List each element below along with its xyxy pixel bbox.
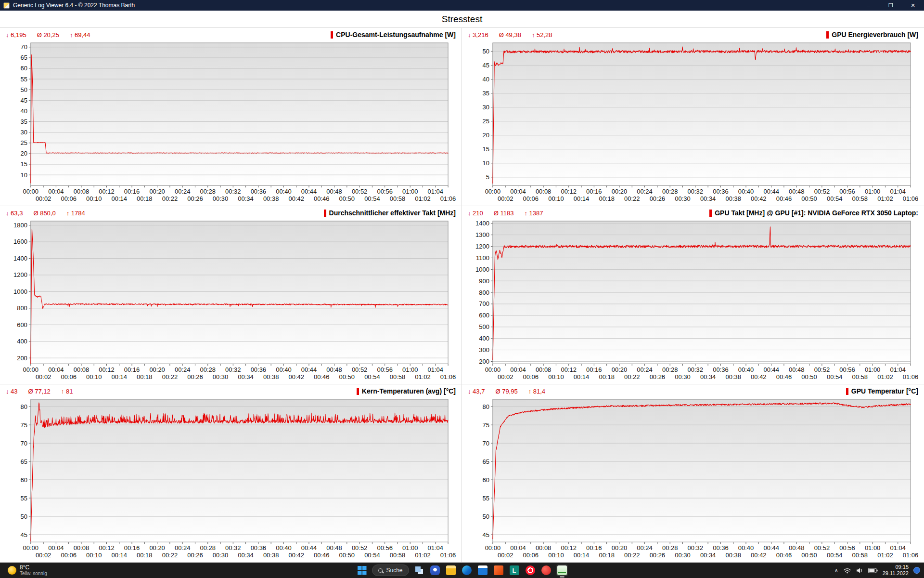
svg-text:00:00: 00:00 [485, 188, 500, 195]
taskbar-app-store[interactable] [477, 565, 488, 576]
svg-text:00:24: 00:24 [175, 188, 190, 195]
svg-text:900: 900 [479, 277, 489, 285]
svg-text:00:00: 00:00 [485, 366, 500, 373]
svg-text:00:54: 00:54 [827, 195, 842, 202]
svg-text:00:46: 00:46 [776, 373, 792, 381]
taskbar-app-orange[interactable] [493, 565, 504, 576]
svg-text:00:10: 00:10 [548, 373, 564, 381]
svg-text:00:02: 00:02 [498, 552, 513, 559]
start-button[interactable] [356, 565, 368, 576]
taskbar-app-libre[interactable] [509, 565, 520, 576]
svg-text:00:40: 00:40 [738, 188, 754, 195]
minimize-button[interactable]: – [858, 0, 880, 11]
svg-text:00:46: 00:46 [314, 552, 329, 559]
svg-text:00:02: 00:02 [498, 195, 513, 202]
search-box[interactable]: Suche [372, 565, 409, 576]
svg-text:70: 70 [482, 440, 489, 447]
svg-text:00:16: 00:16 [586, 188, 602, 195]
svg-text:00:36: 00:36 [713, 366, 728, 373]
svg-text:00:52: 00:52 [814, 366, 830, 373]
taskbar-app-edge[interactable] [461, 565, 473, 576]
svg-text:00:38: 00:38 [726, 373, 741, 381]
taskbar-clock[interactable]: 09:15 29.11.2022 [883, 564, 909, 577]
svg-text:00:56: 00:56 [377, 544, 392, 552]
svg-text:00:08: 00:08 [74, 366, 89, 373]
taskbar-app-chat[interactable] [429, 565, 441, 576]
svg-text:01:04: 01:04 [428, 366, 443, 373]
svg-text:35: 35 [20, 118, 27, 125]
svg-text:00:14: 00:14 [112, 373, 127, 381]
taskbar-center: Suche [356, 563, 567, 578]
svg-text:00:22: 00:22 [624, 552, 640, 559]
svg-text:200: 200 [479, 358, 489, 365]
svg-text:01:02: 01:02 [415, 195, 430, 202]
svg-text:01:00: 01:00 [865, 188, 880, 195]
taskbar-app-redapp[interactable] [540, 565, 552, 576]
svg-text:00:26: 00:26 [187, 552, 203, 559]
battery-icon[interactable] [868, 568, 878, 573]
svg-text:00:56: 00:56 [839, 188, 855, 195]
svg-text:00:34: 00:34 [700, 552, 716, 559]
svg-text:00:14: 00:14 [574, 373, 589, 381]
svg-text:00:02: 00:02 [498, 373, 513, 381]
taskbar-app-logviewer[interactable] [556, 565, 568, 576]
svg-text:00:58: 00:58 [390, 552, 405, 559]
edge-icon [462, 565, 472, 575]
svg-text:00:12: 00:12 [99, 544, 114, 552]
orange-icon [494, 565, 503, 575]
chart-stat-avg: Ø 79,95 [495, 388, 517, 395]
svg-text:00:26: 00:26 [650, 195, 665, 202]
close-button[interactable]: ✕ [902, 0, 924, 11]
chart-plot: 1400130012001100100090080070060050040030… [466, 218, 920, 383]
taskbar-app-taskview[interactable] [413, 565, 425, 576]
svg-text:00:10: 00:10 [86, 552, 102, 559]
weather-widget[interactable]: 8°C Teilw. sonnig [4, 563, 51, 578]
wifi-icon[interactable] [843, 567, 851, 574]
svg-text:600: 600 [17, 321, 27, 328]
notification-badge[interactable] [913, 567, 920, 574]
svg-text:45: 45 [20, 97, 27, 104]
svg-text:00:30: 00:30 [675, 195, 690, 202]
svg-text:00:26: 00:26 [650, 552, 665, 559]
taskbar-app-opera[interactable] [525, 565, 536, 576]
svg-text:00:10: 00:10 [548, 552, 564, 559]
taskview-icon [414, 565, 424, 575]
svg-text:00:30: 00:30 [675, 373, 690, 381]
svg-text:00:30: 00:30 [213, 552, 228, 559]
svg-text:00:10: 00:10 [548, 195, 564, 202]
svg-text:00:50: 00:50 [801, 195, 817, 202]
svg-text:00:48: 00:48 [789, 188, 804, 195]
volume-icon[interactable] [856, 567, 863, 574]
svg-text:5: 5 [486, 173, 489, 181]
chart-plot: 807570656055504500:0000:0200:0400:0600:0… [466, 396, 920, 561]
chart-panel: ↓ 210 Ø 1183 ↑ 1387 GPU Takt [MHz] @ GPU… [462, 206, 924, 384]
svg-text:00:42: 00:42 [288, 195, 304, 202]
tray-chevron-up-icon[interactable]: ∧ [834, 567, 838, 574]
svg-text:00:24: 00:24 [637, 366, 652, 373]
svg-text:00:10: 00:10 [86, 195, 102, 202]
svg-text:00:34: 00:34 [238, 552, 253, 559]
chart-stat-min: ↓ 43 [6, 388, 18, 395]
logviewer-icon [557, 565, 567, 575]
svg-text:800: 800 [17, 304, 27, 312]
svg-text:00:00: 00:00 [23, 366, 38, 373]
chart-stat-avg: Ø 850,0 [33, 210, 55, 217]
svg-text:00:34: 00:34 [700, 195, 716, 202]
svg-text:50: 50 [482, 48, 489, 55]
clock-date: 29.11.2022 [883, 570, 909, 577]
chart-title: Kern-Temperaturen (avg) [°C] [362, 387, 456, 395]
maximize-button[interactable]: ❐ [880, 0, 902, 11]
svg-text:50: 50 [482, 513, 489, 520]
svg-text:1600: 1600 [13, 238, 27, 246]
svg-text:00:30: 00:30 [675, 552, 690, 559]
taskbar-app-explorer[interactable] [445, 565, 457, 576]
svg-text:50: 50 [20, 513, 27, 520]
chart-stats: ↓ 210 Ø 1183 ↑ 1387 [468, 210, 554, 217]
svg-text:75: 75 [482, 421, 489, 429]
svg-text:00:20: 00:20 [612, 544, 627, 552]
svg-text:00:14: 00:14 [574, 195, 589, 202]
chart-legend: Kern-Temperaturen (avg) [°C] [357, 387, 456, 395]
svg-text:00:22: 00:22 [624, 195, 640, 202]
svg-text:00:52: 00:52 [352, 366, 367, 373]
svg-text:45: 45 [482, 531, 489, 539]
